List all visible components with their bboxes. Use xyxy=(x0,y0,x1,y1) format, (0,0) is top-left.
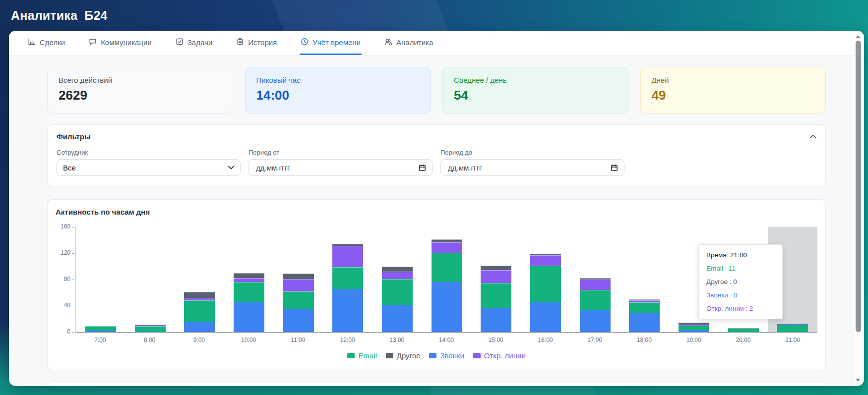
scrollbar[interactable] xyxy=(854,33,862,384)
legend-swatch xyxy=(386,353,393,358)
bar-segment xyxy=(481,308,511,332)
chat-icon xyxy=(89,38,97,47)
bar-segment xyxy=(382,279,413,305)
bar-segment xyxy=(332,289,363,333)
bar-segment xyxy=(432,242,462,253)
bar-segment xyxy=(332,267,363,289)
stat-value: 2629 xyxy=(59,88,222,103)
y-tick-label: 120 xyxy=(61,249,70,256)
employee-select-value: Все xyxy=(63,164,224,172)
calendar-icon[interactable] xyxy=(419,164,426,171)
main-card: Сделки Коммуникации Задачи История Учёт … xyxy=(9,31,864,386)
field-period-to: Период до xyxy=(440,149,624,176)
x-tick-label: 17:00 xyxy=(570,337,620,343)
period-to-input-wrap xyxy=(440,159,624,176)
tooltip-row-email: Email : 11 xyxy=(706,265,775,272)
y-tick-label: 80 xyxy=(64,276,70,282)
tab-time-tracking[interactable]: Учёт времени xyxy=(300,31,362,55)
stacked-bar[interactable] xyxy=(777,324,808,332)
stacked-bar[interactable] xyxy=(135,325,166,332)
bar-segment xyxy=(530,302,561,332)
bar-slot[interactable] xyxy=(422,227,472,332)
bar-segment xyxy=(580,290,611,310)
stacked-bar[interactable] xyxy=(432,239,462,332)
filters-panel: Фильтры Сотрудник Все Период от xyxy=(47,124,826,186)
legend-swatch xyxy=(473,353,481,358)
bar-slot[interactable] xyxy=(76,227,125,332)
bar-slot[interactable] xyxy=(620,227,669,332)
clock-icon xyxy=(301,38,309,47)
bar-slot[interactable] xyxy=(323,227,372,332)
legend-item[interactable]: Откр. линии xyxy=(473,351,526,360)
stacked-bar[interactable] xyxy=(728,328,759,332)
bar-segment xyxy=(234,273,264,279)
chart-title: Активность по часам дня xyxy=(56,208,817,216)
chart-plot[interactable]: Время: 21:00 Email : 11 Другое : 0 Звонк… xyxy=(75,227,817,333)
bar-slot[interactable] xyxy=(175,227,224,332)
stacked-bar[interactable] xyxy=(234,273,264,332)
bar-segment xyxy=(234,302,264,332)
stats-row: Всего действий 2629 Пиковый час 14:00 Ср… xyxy=(47,67,826,113)
stacked-bar[interactable] xyxy=(481,266,511,332)
tab-history[interactable]: История xyxy=(235,31,278,55)
field-label: Период от xyxy=(248,149,433,156)
tab-label: История xyxy=(248,38,277,47)
bar-segment xyxy=(481,266,511,270)
bar-segment xyxy=(135,332,166,333)
breakdown-panel: Разбивка по типам xyxy=(47,381,826,386)
tab-communications[interactable]: Коммуникации xyxy=(88,31,153,55)
legend-item[interactable]: Другое xyxy=(386,351,421,360)
bar-segment xyxy=(184,292,215,298)
stacked-bar[interactable] xyxy=(580,278,611,332)
bar-slot[interactable] xyxy=(471,227,521,332)
scroll-up-arrow[interactable] xyxy=(856,35,861,38)
stacked-bar[interactable] xyxy=(679,323,709,332)
bar-segment xyxy=(283,274,314,279)
legend-label: Email xyxy=(358,351,377,360)
stacked-bar[interactable] xyxy=(332,244,363,332)
bar-segment xyxy=(382,272,413,279)
x-tick-label: 20:00 xyxy=(719,337,768,343)
bar-slot[interactable] xyxy=(224,227,274,332)
bar-segment xyxy=(629,302,660,313)
legend-item[interactable]: Email xyxy=(347,351,377,360)
stacked-bar[interactable] xyxy=(629,299,660,332)
stacked-bar[interactable] xyxy=(85,326,116,332)
field-period-from: Период от xyxy=(248,149,433,176)
scroll-down-arrow[interactable] xyxy=(856,379,861,382)
bar-slot[interactable] xyxy=(125,227,175,332)
legend-item[interactable]: Звонки xyxy=(429,351,464,360)
bar-slot[interactable] xyxy=(274,227,323,332)
stacked-bar[interactable] xyxy=(530,254,561,332)
stat-value: 14:00 xyxy=(256,88,420,103)
x-tick-label: 15:00 xyxy=(471,337,521,343)
bar-slot[interactable] xyxy=(372,227,422,332)
field-employee: Сотрудник Все xyxy=(57,149,241,176)
bar-segment xyxy=(432,282,462,332)
tab-analytics[interactable]: Аналитика xyxy=(383,31,434,55)
stat-value: 49 xyxy=(652,88,815,103)
scrollbar-thumb[interactable] xyxy=(856,41,861,332)
calendar-icon[interactable] xyxy=(611,164,618,171)
x-axis-labels: 7:008:009:0010:0011:0012:0013:0014:0015:… xyxy=(75,337,817,343)
tab-deals[interactable]: Сделки xyxy=(27,31,66,55)
bar-slot[interactable] xyxy=(570,227,620,332)
stat-card-total-actions: Всего действий 2629 xyxy=(47,67,233,113)
filters-title: Фильтры xyxy=(57,132,91,141)
stat-card-days: Дней 49 xyxy=(640,67,826,113)
employee-select[interactable]: Все xyxy=(57,159,241,176)
chart-tooltip: Время: 21:00 Email : 11 Другое : 0 Звонк… xyxy=(698,244,783,319)
stacked-bar[interactable] xyxy=(184,292,215,332)
x-tick-label: 16:00 xyxy=(521,337,570,343)
chevron-up-icon[interactable] xyxy=(809,134,816,139)
bar-segment xyxy=(184,322,215,332)
bar-slot[interactable] xyxy=(521,227,570,332)
stacked-bar[interactable] xyxy=(382,267,413,332)
period-from-input[interactable] xyxy=(255,163,415,172)
tooltip-row-other: Другое : 0 xyxy=(706,278,775,285)
stacked-bar[interactable] xyxy=(283,274,314,332)
stat-card-peak-hour: Пиковый час 14:00 xyxy=(245,67,431,113)
tab-tasks[interactable]: Задачи xyxy=(175,31,213,55)
x-tick-label: 12:00 xyxy=(323,337,372,343)
period-to-input[interactable] xyxy=(447,163,607,172)
